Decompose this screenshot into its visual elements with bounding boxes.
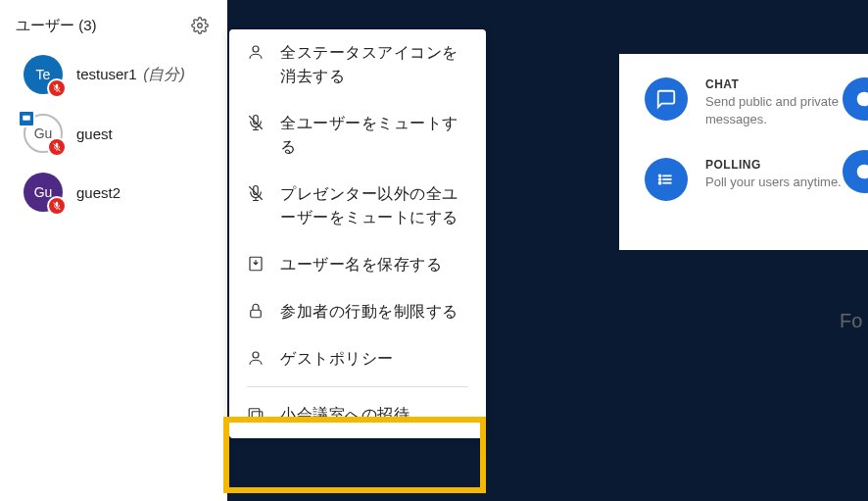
mic-muted-icon xyxy=(47,78,67,98)
svg-rect-1 xyxy=(23,116,30,121)
svg-point-2 xyxy=(857,92,868,107)
user-item-testuser1[interactable]: Te testuser1 (自分) xyxy=(0,45,227,104)
promo-polling-title: POLLING xyxy=(705,158,842,172)
users-header: ユーザー (3) xyxy=(0,0,227,45)
user-icon xyxy=(247,43,266,65)
promo-chat: CHAT Send public and private messages. xyxy=(645,77,868,128)
menu-clear-status[interactable]: 全ステータスアイコンを消去する xyxy=(229,29,486,100)
svg-point-6 xyxy=(659,175,661,177)
users-title: ユーザー (3) xyxy=(16,17,97,35)
user-item-guest2[interactable]: Gu guest2 xyxy=(0,163,227,222)
svg-point-9 xyxy=(857,165,868,179)
avatar: Gu xyxy=(24,173,63,212)
avatar: Gu xyxy=(24,114,63,153)
svg-rect-17 xyxy=(252,412,263,421)
presenter-icon xyxy=(18,110,35,127)
menu-label: プレゼンター以外の全ユーザーをミュートにする xyxy=(280,182,468,229)
menu-label: ユーザー名を保存する xyxy=(280,253,442,276)
user-item-guest[interactable]: Gu guest xyxy=(0,104,227,163)
svg-rect-16 xyxy=(249,409,260,418)
user-self-label: (自分) xyxy=(143,66,185,82)
footer-fragment: Fo xyxy=(840,310,862,332)
menu-mute-all[interactable]: 全ユーザーをミュートする xyxy=(229,100,486,171)
menu-label: 全ステータスアイコンを消去する xyxy=(280,41,468,88)
mic-muted-icon xyxy=(47,196,67,216)
users-settings-menu: 全ステータスアイコンを消去する 全ユーザーをミュートする プレゼンター以外の全ユ… xyxy=(229,29,486,438)
chat-icon xyxy=(645,77,688,121)
svg-point-7 xyxy=(659,178,661,180)
mic-off-icon xyxy=(247,184,266,206)
menu-label: 小会議室への招待 xyxy=(280,403,410,426)
menu-label: 全ユーザーをミュートする xyxy=(280,112,468,159)
menu-label: 参加者の行動を制限する xyxy=(280,300,458,324)
user-icon xyxy=(247,349,266,371)
lock-icon xyxy=(247,302,266,324)
menu-save-usernames[interactable]: ユーザー名を保存する xyxy=(229,241,486,288)
mic-muted-icon xyxy=(47,137,67,157)
menu-label: ゲストポリシー xyxy=(280,347,394,371)
menu-guest-policy[interactable]: ゲストポリシー xyxy=(229,335,486,382)
svg-point-10 xyxy=(253,46,259,52)
download-icon xyxy=(247,255,266,276)
svg-rect-14 xyxy=(251,310,262,318)
sidebar: ユーザー (3) Te testuser1 (自分) Gu guest xyxy=(0,0,227,501)
mic-off-icon xyxy=(247,114,266,135)
user-name: guest xyxy=(76,125,113,142)
menu-breakout-rooms[interactable]: 小会議室への招待 xyxy=(229,391,486,438)
promo-polling: POLLING Poll your users anytime. xyxy=(645,158,868,201)
user-name: testuser1 xyxy=(76,66,137,82)
avatar: Te xyxy=(24,55,63,94)
polling-icon xyxy=(645,158,688,201)
promo-polling-desc: Poll your users anytime. xyxy=(705,174,842,191)
promo-panel: CHAT Send public and private messages. P… xyxy=(619,54,868,250)
svg-point-0 xyxy=(198,24,203,28)
menu-lock-viewers[interactable]: 参加者の行動を制限する xyxy=(229,288,486,335)
user-name-wrap: testuser1 (自分) xyxy=(76,65,185,85)
svg-point-8 xyxy=(659,182,661,184)
menu-mute-except-presenter[interactable]: プレゼンター以外の全ユーザーをミュートにする xyxy=(229,171,486,241)
breakout-icon xyxy=(247,405,266,426)
gear-icon[interactable] xyxy=(188,14,212,37)
svg-point-15 xyxy=(253,352,259,358)
menu-divider xyxy=(247,386,468,387)
user-name: guest2 xyxy=(76,184,121,201)
